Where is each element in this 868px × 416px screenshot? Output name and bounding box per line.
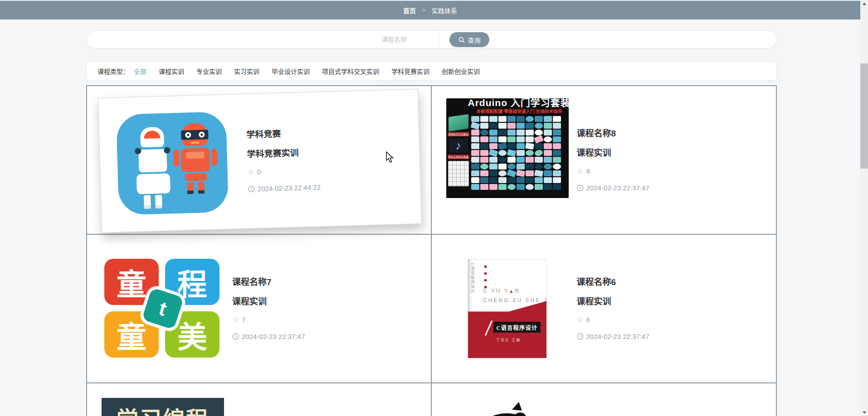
search-icon xyxy=(458,37,465,43)
star-count-row: ☆8 xyxy=(577,167,649,176)
filter-option-6[interactable]: 学科竞赛实训 xyxy=(391,67,429,76)
timestamp-row: 2024-02-23 22:37:47 xyxy=(232,332,305,341)
breadcrumb-home-link[interactable]: 首页 xyxy=(403,6,416,15)
course-card-cell[interactable]: 童 程 童 美 t 课程名称7 课程实训 ☆7 2024-02-23 22:37… xyxy=(87,235,432,383)
green-book-icon xyxy=(449,114,468,131)
course-card-cell[interactable]: Arduino 入门学习套装 多款搭配配置 零基础快速入门 在线技术指导 纸质彩… xyxy=(432,86,776,235)
course-card-cell[interactable] xyxy=(432,383,776,416)
scrollbar-up-arrow[interactable] xyxy=(860,0,868,7)
course-type-filter-bar: 课程类型： 全部 课程实训 专业实训 实习实训 毕业设计实训 项目式学科交叉实训… xyxy=(86,61,777,81)
robots-illustration xyxy=(116,111,229,215)
filter-option-7[interactable]: 创新创业实训 xyxy=(442,67,480,76)
breadcrumb-current: 实践体系 xyxy=(432,6,457,15)
music-note-icon: ♪ xyxy=(449,138,468,153)
filter-option-all[interactable]: 全部 xyxy=(134,67,146,76)
filter-option-2[interactable]: 专业实训 xyxy=(196,67,222,76)
filter-option-4[interactable]: 毕业设计实训 xyxy=(272,67,310,76)
timestamp-row: 2024-02-23 22:44:22 xyxy=(248,183,321,193)
white-robot-figure xyxy=(135,126,173,209)
clock-icon xyxy=(577,333,584,340)
course-type: 课程实训 xyxy=(577,296,649,308)
timestamp-row: 2024-02-23 22:37:47 xyxy=(577,332,649,341)
star-count: 7 xyxy=(242,315,245,324)
course-name: 学科竞赛 xyxy=(246,127,319,140)
arduino-label-2: 所有实例均有视频 xyxy=(448,155,469,159)
search-button[interactable]: 查询 xyxy=(449,32,489,47)
panda-ink-sketch xyxy=(458,398,556,416)
orange-robot-figure xyxy=(176,123,215,194)
tongcheng-tongmei-logo: 童 程 童 美 t xyxy=(104,259,221,358)
course-time: 2024-02-23 22:44:22 xyxy=(257,183,321,193)
course-image: C语言程序设计 C YU Y▲NCHENG XU SHE JI C语言程序设计 … xyxy=(446,259,569,358)
arduino-kit-collage: Arduino 入门学习套装 多款搭配配置 零基础快速入门 在线技术指导 纸质彩… xyxy=(446,98,569,198)
main-content: 查询 课程类型： 全部 课程实训 专业实训 实习实训 毕业设计实训 项目式学科交… xyxy=(86,19,777,416)
search-bar: 查询 xyxy=(86,30,777,48)
search-input[interactable] xyxy=(96,31,420,48)
arduino-subtitle: 多款搭配配置 零基础快速入门 在线技术指导 xyxy=(474,108,564,114)
course-time: 2024-02-23 22:37:47 xyxy=(586,184,649,193)
course-card-cell[interactable]: C语言程序设计 C YU Y▲NCHENG XU SHE JI C语言程序设计 … xyxy=(432,235,776,383)
filter-label: 课程类型： xyxy=(98,67,129,76)
star-count: 8 xyxy=(586,167,590,176)
breadcrumb: 首页 > 实践体系 xyxy=(0,1,860,19)
clock-icon xyxy=(577,184,584,191)
course-info: 课程名称8 课程实训 ☆8 2024-02-23 22:37:47 xyxy=(577,128,649,193)
star-count: 6 xyxy=(586,315,590,324)
vertical-scrollbar[interactable] xyxy=(860,0,868,416)
star-count: 0 xyxy=(257,167,261,176)
star-icon: ☆ xyxy=(577,167,584,175)
top-navbar: 首页 > 实践体系 xyxy=(0,1,860,19)
course-card-tilted[interactable]: 学科竞赛 学科竞赛实训 ☆0 2024-02-23 22:44:22 xyxy=(98,89,422,233)
course-image xyxy=(446,398,569,416)
star-icon: ☆ xyxy=(247,168,254,176)
breadcrumb-separator: > xyxy=(422,7,425,14)
course-info: 课程名称7 课程实训 ☆7 2024-02-23 22:37:47 xyxy=(232,276,305,341)
filter-option-1[interactable]: 课程实训 xyxy=(159,67,184,76)
course-card-cell[interactable]: 学习编程 xyxy=(87,383,432,416)
course-image: Arduino 入门学习套装 多款搭配配置 零基础快速入门 在线技术指导 纸质彩… xyxy=(446,98,569,198)
schematic-grid-icon xyxy=(448,161,469,186)
course-name: 课程名称8 xyxy=(577,128,649,140)
star-icon: ☆ xyxy=(232,316,239,324)
arduino-label-1: 纸质彩印实验教材 xyxy=(448,132,469,136)
filter-option-5[interactable]: 项目式学科交叉实训 xyxy=(322,67,379,76)
book-title-band: C语言程序设计 xyxy=(493,322,541,333)
course-name: 课程名称7 xyxy=(232,276,305,288)
c-language-book-cover: C语言程序设计 C YU Y▲NCHENG XU SHE JI C语言程序设计 … xyxy=(468,259,547,358)
course-time: 2024-02-23 22:37:47 xyxy=(242,332,305,341)
learn-programming-banner: 学习编程 xyxy=(102,398,224,416)
star-count-row: ☆7 xyxy=(232,315,305,324)
course-type: 课程实训 xyxy=(232,296,305,308)
star-count-row: ☆0 xyxy=(247,166,320,177)
search-divider xyxy=(439,32,439,47)
scrollbar-thumb[interactable] xyxy=(860,63,868,169)
clock-icon xyxy=(232,333,239,340)
scrollbar-down-arrow[interactable] xyxy=(860,409,868,416)
course-grid: 学科竞赛 学科竞赛实训 ☆0 2024-02-23 22:44:22 Ardui… xyxy=(86,85,777,416)
course-time: 2024-02-23 22:37:47 xyxy=(586,332,649,341)
arduino-title: Arduino 入门学习套装 xyxy=(468,98,569,109)
search-button-label: 查询 xyxy=(468,35,481,44)
course-image: 学习编程 xyxy=(102,398,224,416)
course-card-cell: 学科竞赛 学科竞赛实训 ☆0 2024-02-23 22:44:22 xyxy=(87,86,432,235)
course-info: 课程名称6 课程实训 ☆6 2024-02-23 22:37:47 xyxy=(577,276,649,341)
course-name: 课程名称6 xyxy=(577,276,649,288)
arduino-left-column: 纸质彩印实验教材 ♪ 所有实例均有视频 xyxy=(447,116,470,197)
star-icon: ☆ xyxy=(577,316,584,324)
course-type: 课程实训 xyxy=(577,147,649,159)
course-image: 童 程 童 美 t xyxy=(102,259,224,358)
course-type: 学科竞赛实训 xyxy=(247,146,320,160)
component-thumbnails-grid xyxy=(471,116,567,197)
course-info: 学科竞赛 学科竞赛实训 ☆0 2024-02-23 22:44:22 xyxy=(246,127,321,193)
timestamp-row: 2024-02-23 22:37:47 xyxy=(577,184,649,193)
page: 首页 > 实践体系 查询 课程类型： 全部 课程实训 专业实训 实习实训 毕业设… xyxy=(0,0,868,416)
star-count-row: ☆6 xyxy=(577,315,649,324)
filter-option-3[interactable]: 实习实训 xyxy=(234,67,259,76)
clock-icon xyxy=(248,185,255,192)
